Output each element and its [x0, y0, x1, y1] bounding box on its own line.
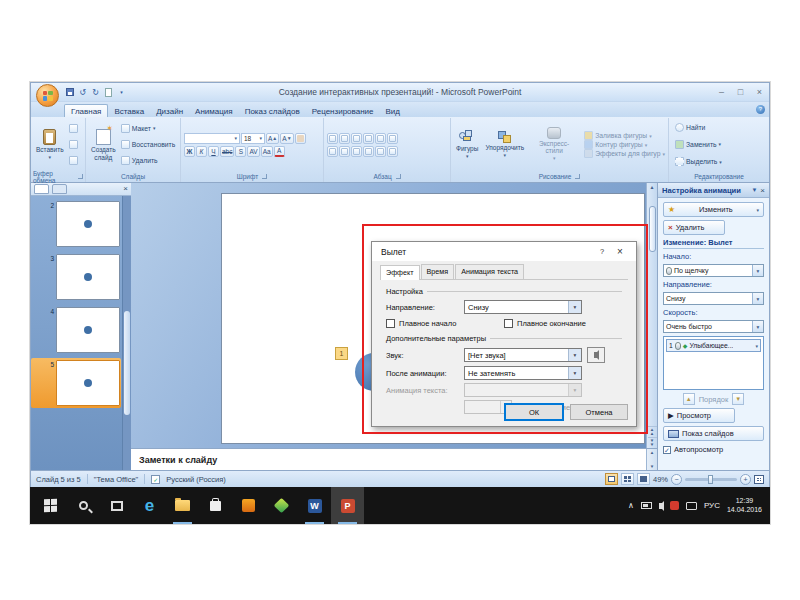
close-button[interactable]: ×: [750, 86, 769, 99]
find-button[interactable]: Найти: [675, 123, 766, 132]
move-up-button[interactable]: ▲: [683, 393, 695, 405]
paste-button[interactable]: Вставить ▾: [34, 120, 66, 169]
dialog-close-icon[interactable]: ×: [613, 246, 627, 257]
tray-app-icon[interactable]: [670, 501, 679, 510]
zoom-slider[interactable]: [685, 478, 737, 481]
battery-icon[interactable]: [641, 502, 652, 509]
normal-view-button[interactable]: [605, 473, 618, 485]
bold-button[interactable]: Ж: [184, 146, 195, 157]
sound-combo[interactable]: [Нет звука] ▾: [464, 348, 582, 362]
clear-formatting-button[interactable]: [295, 133, 306, 144]
help-icon[interactable]: ?: [756, 105, 765, 114]
italic-button[interactable]: К: [196, 146, 207, 157]
sound-volume-button[interactable]: [587, 347, 605, 363]
slides-view-tab[interactable]: [34, 184, 49, 194]
notes-scrollbar[interactable]: ▲▼: [646, 449, 657, 470]
smartart-convert-button[interactable]: [387, 146, 398, 157]
file-explorer-button[interactable]: [166, 487, 199, 524]
quick-styles-button[interactable]: Экспресс-стили▾: [529, 127, 579, 162]
scroll-up-icon[interactable]: ▲: [650, 183, 655, 192]
shape-outline-button[interactable]: Контур фигуры▾: [584, 140, 665, 149]
zoom-in-button[interactable]: +: [740, 474, 751, 485]
tab-view[interactable]: Вид: [380, 105, 406, 117]
touch-keyboard-icon[interactable]: [686, 502, 697, 510]
dialog-launcher-icon[interactable]: [262, 174, 267, 179]
change-case-button[interactable]: Аа: [261, 146, 273, 157]
play-preview-button[interactable]: ▶ Просмотр: [663, 408, 735, 423]
chevron-down-icon[interactable]: ▾: [755, 343, 758, 349]
zoom-slider-thumb[interactable]: [708, 475, 713, 484]
move-down-button[interactable]: ▼: [732, 393, 744, 405]
pinned-app-button-2[interactable]: [265, 487, 298, 524]
shape-effects-button[interactable]: Эффекты для фигур▾: [584, 149, 665, 158]
dialog-launcher-icon[interactable]: [396, 174, 401, 179]
delete-slide-button[interactable]: Удалить: [121, 156, 177, 165]
text-direction-button[interactable]: [387, 133, 398, 144]
slideshow-view-button[interactable]: [637, 473, 650, 485]
layout-button[interactable]: Макет▾: [121, 124, 177, 133]
tab-insert[interactable]: Вставка: [108, 105, 150, 117]
bullets-button[interactable]: [327, 133, 338, 144]
tab-animation[interactable]: Анимация: [189, 105, 239, 117]
reset-slide-button[interactable]: Восстановить: [121, 140, 177, 149]
animation-list[interactable]: 1 ◆ Улыбающее... ▾: [663, 336, 764, 390]
shapes-button[interactable]: Фигуры▾: [454, 130, 480, 160]
tab-design[interactable]: Дизайн: [150, 105, 189, 117]
after-animation-combo[interactable]: Не затемнять ▾: [464, 366, 582, 380]
font-color-button[interactable]: А: [274, 146, 285, 157]
arrange-button[interactable]: Упорядочить▾: [483, 131, 526, 159]
hidden-icons-chevron[interactable]: ∧: [628, 501, 634, 510]
dialog-launcher-icon[interactable]: [575, 174, 580, 179]
slide-thumbnail-3[interactable]: 3: [32, 254, 120, 300]
pane-menu-icon[interactable]: ▼: [751, 187, 757, 193]
notes-area[interactable]: Заметки к слайду ▲▼: [131, 448, 657, 470]
new-slide-button[interactable]: Создать слайд: [89, 120, 118, 169]
redo-button[interactable]: ↻: [90, 87, 101, 98]
align-center-button[interactable]: [339, 146, 350, 157]
justify-button[interactable]: [363, 146, 374, 157]
align-right-button[interactable]: [351, 146, 362, 157]
tab-home[interactable]: Главная: [64, 104, 108, 117]
ok-button[interactable]: ОК: [505, 404, 563, 420]
start-button[interactable]: [34, 487, 67, 524]
animation-list-item[interactable]: 1 ◆ Улыбающее... ▾: [666, 339, 761, 352]
select-button[interactable]: Выделить▾: [675, 157, 766, 166]
slide-show-button[interactable]: Показ слайдов: [663, 426, 764, 441]
columns-button[interactable]: [375, 146, 386, 157]
decrease-indent-button[interactable]: [351, 133, 362, 144]
font-size-combo[interactable]: 18▾: [241, 133, 265, 144]
remove-animation-button[interactable]: × Удалить: [663, 220, 725, 235]
tab-review[interactable]: Рецензирование: [306, 105, 380, 117]
cancel-button[interactable]: Отмена: [570, 404, 628, 420]
direction-combo[interactable]: Снизу ▾: [663, 292, 764, 305]
character-spacing-button[interactable]: AV: [247, 146, 259, 157]
task-view-button[interactable]: [100, 487, 133, 524]
volume-icon[interactable]: [659, 503, 663, 509]
copy-icon[interactable]: [69, 140, 78, 149]
thumbnail-scrollbar[interactable]: [122, 196, 131, 470]
format-painter-icon[interactable]: [69, 156, 78, 165]
taskbar-search-button[interactable]: [67, 487, 100, 524]
keyboard-language-indicator[interactable]: РУС: [704, 501, 720, 510]
taskbar-clock[interactable]: 12:39 14.04.2016: [727, 497, 762, 514]
close-pane-icon[interactable]: ×: [760, 186, 765, 195]
grow-font-button[interactable]: А▲: [266, 133, 279, 144]
numbering-button[interactable]: [339, 133, 350, 144]
smooth-end-checkbox[interactable]: Плавное окончание: [504, 319, 586, 328]
slide-sorter-button[interactable]: [621, 473, 634, 485]
save-button[interactable]: [64, 87, 75, 98]
align-left-button[interactable]: [327, 146, 338, 157]
dialog-tab-effect[interactable]: Эффект: [380, 265, 420, 280]
increase-indent-button[interactable]: [363, 133, 374, 144]
powerpoint-taskbar-button[interactable]: P: [331, 487, 364, 524]
dialog-help-icon[interactable]: ?: [591, 247, 613, 256]
underline-button[interactable]: Ч: [208, 146, 219, 157]
minimize-button[interactable]: –: [712, 86, 731, 99]
direction-combo[interactable]: Снизу ▾: [464, 300, 582, 314]
cut-icon[interactable]: [69, 124, 78, 133]
tab-slideshow[interactable]: Показ слайдов: [239, 105, 306, 117]
slide-thumbnail-4[interactable]: 4: [32, 307, 120, 353]
office-button[interactable]: [36, 84, 59, 107]
maximize-button[interactable]: □: [731, 86, 750, 99]
shrink-font-button[interactable]: А▼: [280, 133, 293, 144]
